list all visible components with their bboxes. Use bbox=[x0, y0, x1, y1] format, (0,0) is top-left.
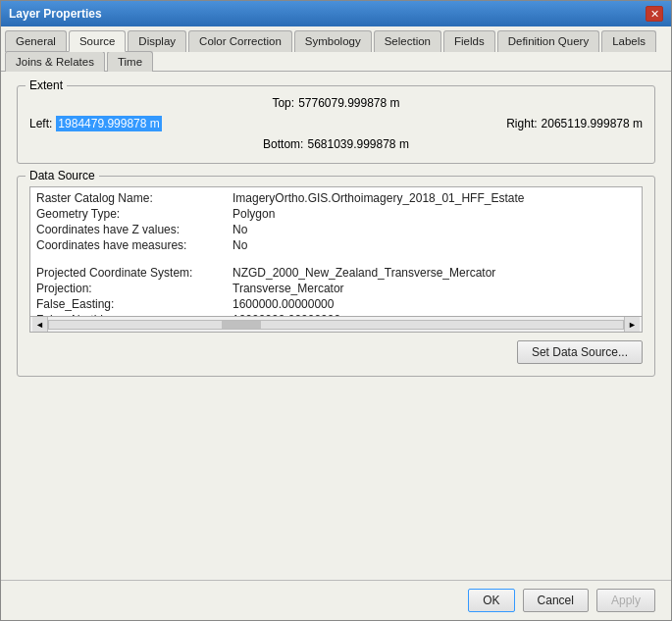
extent-top-row: Top: 5776079.999878 m bbox=[29, 96, 643, 110]
hscroll-left-arrow[interactable]: ◄ bbox=[32, 317, 48, 332]
hscroll-track[interactable] bbox=[48, 320, 624, 330]
layer-properties-window: Layer Properties ✕ General Source Displa… bbox=[0, 0, 672, 621]
tab-color-correction[interactable]: Color Correction bbox=[188, 30, 292, 52]
table-row: Raster Catalog Name:ImageryOrtho.GIS.Ort… bbox=[36, 191, 636, 205]
extent-bottom-row: Bottom: 5681039.999878 m bbox=[29, 137, 643, 151]
set-data-source-button[interactable]: Set Data Source... bbox=[517, 340, 643, 364]
data-row-value: Transverse_Mercator bbox=[233, 282, 344, 295]
extent-top-value: 5776079.999878 m bbox=[298, 96, 399, 110]
close-button[interactable]: ✕ bbox=[646, 6, 663, 22]
table-row: Geometry Type:Polygon bbox=[36, 207, 636, 221]
tab-labels[interactable]: Labels bbox=[601, 30, 656, 52]
extent-top-label: Top: bbox=[272, 96, 294, 110]
extent-bottom-label: Bottom: bbox=[263, 137, 303, 151]
data-row-value: ImageryOrtho.GIS.Orthoimagery_2018_01_HF… bbox=[233, 191, 524, 205]
tabs-container: General Source Display Color Correction … bbox=[1, 26, 671, 72]
table-row: Projection:Transverse_Mercator bbox=[36, 282, 636, 295]
table-row: Coordinates have measures:No bbox=[36, 238, 636, 252]
content-area: Extent Top: 5776079.999878 m Left: 19844… bbox=[1, 72, 671, 580]
data-row-value: Polygon bbox=[233, 207, 275, 221]
extent-bottom-value: 5681039.999878 m bbox=[307, 137, 408, 151]
title-bar: Layer Properties ✕ bbox=[1, 1, 671, 26]
table-row: Coordinates have Z values:No bbox=[36, 223, 636, 236]
extent-left-label: Left: bbox=[29, 117, 52, 130]
data-row-key: Coordinates have Z values: bbox=[36, 223, 233, 236]
extent-group: Extent Top: 5776079.999878 m Left: 19844… bbox=[17, 85, 655, 164]
footer: OK Cancel Apply bbox=[1, 580, 671, 620]
tab-definition-query[interactable]: Definition Query bbox=[497, 30, 599, 52]
horizontal-scrollbar[interactable]: ◄ ► bbox=[30, 316, 642, 332]
hscroll-right-arrow[interactable]: ► bbox=[624, 317, 640, 332]
data-row-key: Geometry Type: bbox=[36, 207, 233, 221]
data-row-value: 1600000.00000000 bbox=[233, 297, 334, 311]
tab-general[interactable]: General bbox=[5, 30, 67, 52]
extent-middle-row: Left: 1984479.999878 m Right: 2065119.99… bbox=[29, 116, 643, 131]
table-row: Projected Coordinate System:NZGD_2000_Ne… bbox=[36, 266, 636, 280]
data-source-label: Data Source bbox=[26, 169, 99, 182]
data-table-area: Raster Catalog Name:ImageryOrtho.GIS.Ort… bbox=[29, 186, 643, 333]
window-title: Layer Properties bbox=[9, 7, 102, 21]
data-row-key: Projected Coordinate System: bbox=[36, 266, 233, 280]
data-row-key: False_Easting: bbox=[36, 297, 233, 311]
table-row bbox=[36, 254, 636, 264]
tab-joins-relates[interactable]: Joins & Relates bbox=[5, 51, 105, 72]
apply-button[interactable]: Apply bbox=[596, 589, 655, 612]
spacer bbox=[17, 388, 655, 566]
tab-symbology[interactable]: Symbology bbox=[294, 30, 372, 52]
tab-source[interactable]: Source bbox=[69, 30, 126, 52]
extent-left-value: 1984479.999878 m bbox=[56, 116, 161, 131]
tab-selection[interactable]: Selection bbox=[374, 30, 441, 52]
tab-display[interactable]: Display bbox=[128, 30, 186, 52]
data-table-scroll[interactable]: Raster Catalog Name:ImageryOrtho.GIS.Ort… bbox=[30, 187, 642, 316]
extent-label: Extent bbox=[26, 78, 67, 92]
tab-time[interactable]: Time bbox=[107, 51, 153, 72]
data-row-key: Projection: bbox=[36, 282, 233, 295]
extent-right-label: Right: bbox=[506, 117, 537, 130]
extent-right-value: 2065119.999878 m bbox=[542, 117, 643, 130]
data-row-key: Coordinates have measures: bbox=[36, 238, 233, 252]
hscroll-thumb[interactable] bbox=[222, 321, 261, 329]
data-row-key: Raster Catalog Name: bbox=[36, 191, 233, 205]
data-source-group: Data Source Raster Catalog Name:ImageryO… bbox=[17, 176, 655, 377]
data-row-value: NZGD_2000_New_Zealand_Transverse_Mercato… bbox=[233, 266, 495, 280]
data-row-value: No bbox=[233, 238, 247, 252]
cancel-button[interactable]: Cancel bbox=[523, 589, 589, 612]
tab-fields[interactable]: Fields bbox=[443, 30, 495, 52]
table-row: False_Easting:1600000.00000000 bbox=[36, 297, 636, 311]
ok-button[interactable]: OK bbox=[468, 589, 514, 612]
data-row-value: No bbox=[233, 223, 247, 236]
